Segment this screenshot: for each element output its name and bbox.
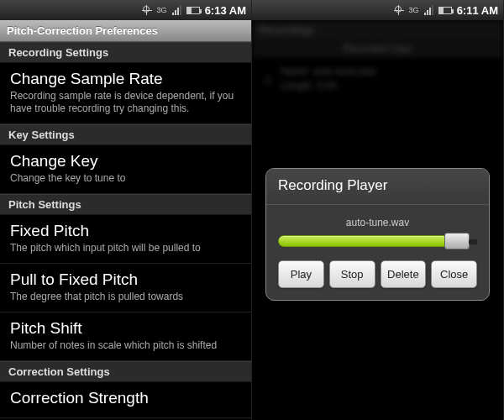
list-item-subtitle: Recording sample rate is device dependen…: [10, 90, 241, 115]
gps-icon: [142, 5, 152, 15]
battery-icon: [438, 7, 452, 14]
section-header-pitch: Pitch Settings: [0, 194, 251, 215]
network-3g-icon: 3G: [409, 7, 419, 13]
list-item-title: Change Sample Rate: [10, 70, 241, 88]
status-clock: 6:13 AM: [205, 4, 246, 17]
dialog-title: Recording Player: [266, 169, 489, 205]
gps-icon: [394, 5, 404, 15]
status-bar: 3G 6:11 AM: [252, 0, 503, 20]
signal-icon: [172, 5, 181, 15]
list-item-subtitle: The pitch which input pitch will be pull…: [10, 242, 241, 255]
play-button[interactable]: Play: [278, 260, 324, 288]
pref-pitch-shift[interactable]: Pitch Shift Number of notes in scale whi…: [0, 312, 251, 361]
status-clock: 6:11 AM: [457, 4, 498, 17]
list-item-title: Change Key: [10, 152, 241, 171]
section-header-recording: Recording Settings: [0, 42, 251, 63]
list-item-title: Pull to Fixed Pitch: [10, 270, 241, 289]
pref-pull-to-fixed-pitch[interactable]: Pull to Fixed Pitch The degree that pitc…: [0, 264, 251, 312]
bg-page-title: Recordings: [252, 20, 503, 39]
pref-change-key[interactable]: Change Key Change the key to tune to: [0, 145, 251, 194]
dialog-filename: auto-tune.wav: [278, 217, 477, 228]
close-button[interactable]: Close: [431, 260, 477, 288]
list-item-subtitle: Number of notes in scale which pitch is …: [10, 339, 241, 352]
delete-button[interactable]: Delete: [381, 260, 427, 288]
music-note-icon: ♫: [262, 71, 272, 87]
pref-fixed-pitch[interactable]: Fixed Pitch The pitch which input pitch …: [0, 215, 251, 264]
network-3g-icon: 3G: [157, 7, 167, 13]
signal-icon: [424, 5, 433, 15]
bg-section-header: Recorded Clips: [252, 39, 503, 58]
recording-player-dialog: Recording Player auto-tune.wav Play Stop…: [265, 168, 490, 301]
seekbar-fill: [278, 235, 449, 247]
bg-list-item: ♫ Name: auto-tune.wav Length: 0:04: [252, 58, 503, 100]
page-title: Pitch-Correction Preferences: [0, 20, 251, 42]
preferences-screen: 3G 6:13 AM Pitch-Correction Preferences …: [0, 0, 252, 420]
playback-seekbar[interactable]: [278, 234, 477, 249]
list-item-subtitle: Change the key to tune to: [10, 172, 241, 185]
status-bar: 3G 6:13 AM: [0, 0, 251, 20]
seekbar-thumb-icon[interactable]: [444, 233, 470, 249]
section-header-correction: Correction Settings: [0, 361, 251, 382]
pref-correction-strength[interactable]: Correction Strength: [0, 382, 251, 418]
player-screen: 3G 6:11 AM Recordings Recorded Clips ♫ N…: [252, 0, 504, 420]
list-item-subtitle: The degree that pitch is pulled towards: [10, 291, 241, 303]
stop-button[interactable]: Stop: [329, 260, 375, 288]
list-item-title: Fixed Pitch: [10, 222, 241, 240]
list-item-title: Pitch Shift: [10, 319, 241, 338]
battery-icon: [186, 7, 200, 14]
pref-change-sample-rate[interactable]: Change Sample Rate Recording sample rate…: [0, 63, 251, 124]
list-item-title: Correction Strength: [10, 389, 241, 407]
section-header-key: Key Settings: [0, 124, 251, 145]
